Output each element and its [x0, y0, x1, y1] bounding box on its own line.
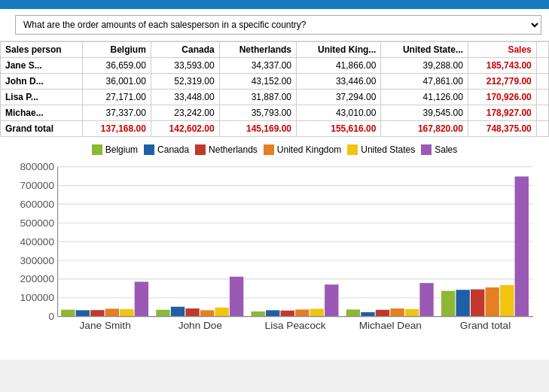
bar [419, 283, 433, 317]
cell-netherlands: 31,887.00 [219, 90, 296, 105]
bar [405, 309, 419, 317]
cell-sales: 170,926.00 [468, 90, 536, 105]
bar [105, 308, 119, 316]
bar [185, 308, 199, 317]
report-select[interactable]: What are the order amounts of each sales… [15, 15, 541, 35]
legend-item: Netherlands [195, 144, 258, 155]
bar [441, 291, 455, 317]
cell-canada: 52,319.00 [151, 74, 219, 90]
cell-name: Jane S... [1, 58, 83, 74]
legend-item: United States [347, 144, 415, 155]
bar [135, 281, 148, 316]
svg-text:Grand total: Grand total [460, 320, 511, 331]
legend-item: Belgium [92, 144, 138, 155]
legend-label: United Kingdom [277, 144, 341, 155]
svg-text:700000: 700000 [20, 180, 55, 191]
svg-text:300000: 300000 [20, 255, 55, 266]
cell-gt-canada: 142,602.00 [151, 121, 219, 137]
bar [295, 309, 309, 316]
legend-item: Canada [144, 144, 189, 155]
bar [266, 310, 279, 316]
cell-belgium: 36,659.00 [83, 58, 151, 74]
grand-total-row: Grand total 137,168.00 142,602.00 145,16… [1, 121, 549, 137]
bar [61, 310, 75, 317]
cell-gt-extra [536, 121, 548, 137]
chart-canvas: 0100000200000300000400000500000600000700… [11, 163, 541, 356]
bar [376, 310, 389, 317]
cell-gt-us: 167,820.00 [381, 121, 468, 137]
cell-us: 39,545.00 [381, 105, 468, 121]
cell-extra [536, 90, 548, 105]
bar [76, 310, 90, 316]
cell-us: 47,861.00 [381, 74, 468, 90]
svg-text:Michael Dean: Michael Dean [359, 320, 422, 331]
chart-section: BelgiumCanadaNetherlandsUnited KingdomUn… [0, 137, 549, 360]
col-us: United State... [381, 42, 468, 58]
table-row: John D... 36,001.00 52,319.00 43,152.00 … [1, 74, 549, 90]
bar [325, 284, 338, 317]
bar [171, 307, 185, 317]
bar [156, 310, 169, 317]
svg-text:Jane Smith: Jane Smith [80, 320, 131, 331]
page-title [0, 0, 549, 9]
bar [500, 285, 514, 317]
bar [230, 277, 243, 317]
bar [120, 309, 133, 317]
legend-item: Sales [421, 144, 457, 155]
bar [471, 290, 484, 317]
cell-us: 41,126.00 [381, 90, 468, 105]
svg-text:Lisa Peacock: Lisa Peacock [265, 320, 326, 331]
bar [486, 287, 499, 317]
cell-canada: 33,593.00 [151, 58, 219, 74]
cell-gt-netherlands: 145,169.00 [219, 121, 296, 137]
chart-legend: BelgiumCanadaNetherlandsUnited KingdomUn… [8, 144, 541, 155]
cell-canada: 33,448.00 [151, 90, 219, 105]
table-header-row: Sales person Belgium Canada Netherlands … [1, 42, 549, 58]
bar [346, 309, 360, 316]
legend-color-box [144, 144, 154, 155]
cell-uk: 37,294.00 [297, 90, 381, 105]
col-canada: Canada [151, 42, 219, 58]
cell-sales: 212,779.00 [468, 74, 536, 90]
cell-uk: 41,866.00 [297, 58, 381, 74]
svg-text:0: 0 [48, 311, 54, 322]
table-row: Lisa P... 27,171.00 33,448.00 31,887.00 … [1, 90, 549, 105]
svg-text:John Doe: John Doe [178, 320, 222, 331]
svg-text:100000: 100000 [20, 292, 55, 303]
bar [310, 308, 324, 316]
table-row: Michae... 37,337.00 23,242.00 35,793.00 … [1, 105, 549, 121]
col-netherlands: Netherlands [219, 42, 296, 58]
cell-netherlands: 35,793.00 [219, 105, 296, 121]
bar-chart-svg: 0100000200000300000400000500000600000700… [11, 163, 541, 351]
svg-text:800000: 800000 [20, 163, 55, 172]
cell-us: 39,288.00 [381, 58, 468, 74]
bar [252, 311, 265, 317]
cell-canada: 23,242.00 [151, 105, 219, 121]
col-sales-person: Sales person [1, 42, 83, 58]
legend-label: Sales [435, 144, 457, 155]
legend-color-box [347, 144, 358, 155]
svg-text:400000: 400000 [20, 236, 55, 248]
legend-label: Canada [157, 144, 189, 155]
cell-netherlands: 34,337.00 [219, 58, 296, 74]
col-uk: United King... [297, 42, 381, 58]
legend-color-box [421, 144, 432, 155]
bar [361, 312, 374, 317]
col-belgium: Belgium [83, 42, 151, 58]
cell-gt-sales: 748,375.00 [468, 121, 536, 137]
bar [90, 310, 104, 317]
cell-grand-total-label: Grand total [1, 121, 83, 137]
cell-name: John D... [1, 74, 83, 90]
cell-name: Lisa P... [1, 90, 83, 105]
bar [390, 308, 404, 317]
cell-belgium: 27,171.00 [83, 90, 151, 105]
table-row: Jane S... 36,659.00 33,593.00 34,337.00 … [1, 58, 549, 74]
cell-belgium: 36,001.00 [83, 74, 151, 90]
legend-label: Netherlands [209, 144, 258, 155]
bar [456, 290, 469, 316]
bar [515, 177, 529, 317]
legend-label: Belgium [105, 144, 138, 155]
cell-extra [536, 105, 548, 121]
svg-text:500000: 500000 [20, 217, 55, 229]
cell-belgium: 37,337.00 [83, 105, 151, 121]
